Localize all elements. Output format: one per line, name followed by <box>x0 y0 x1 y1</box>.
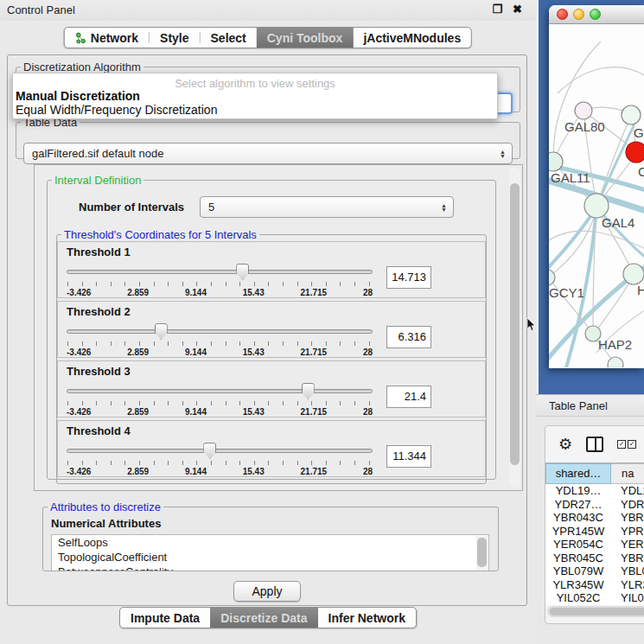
column-header-shared-name[interactable]: shared… <box>545 463 611 484</box>
threshold-3-value-field[interactable]: 21.4 <box>386 386 431 408</box>
attributes-list-scrollbar[interactable] <box>476 536 488 571</box>
network-window[interactable]: GAL80 GA C GAL11 GAL4 GCY1 H HAP2 <box>549 5 644 368</box>
cell-name[interactable]: YLR3 <box>611 578 644 592</box>
cell-name[interactable]: YBL0 <box>611 564 644 578</box>
zoom-button[interactable] <box>590 9 601 20</box>
slider-ticks <box>67 341 372 346</box>
table-row[interactable]: YBL079WYBL0 <box>545 564 644 578</box>
threshold-1-slider[interactable]: -3.4262.8599.14415.4321.71528 <box>67 263 373 299</box>
node-label-ga: GA <box>634 125 644 140</box>
threshold-1-label: Threshold 1 <box>67 245 476 259</box>
cell-name[interactable]: YDL1 <box>611 484 644 498</box>
settings-vertical-scrollbar[interactable] <box>509 168 520 488</box>
table-row[interactable]: YLR345WYLR3 <box>545 578 644 592</box>
cell-name[interactable]: YIL0 <box>611 591 644 605</box>
tab-style[interactable]: Style <box>150 28 199 48</box>
table-data-combobox[interactable]: galFiltered.sif default node ▲▼ <box>23 143 513 164</box>
node-label-gal80: GAL80 <box>564 119 605 134</box>
scrollbar-thumb[interactable] <box>550 608 644 615</box>
table-horizontal-scrollbar[interactable] <box>547 606 644 617</box>
cyni-mode-tabs: Impute Data Discretize Data Infer Networ… <box>119 607 417 628</box>
tab-discretize-data[interactable]: Discretize Data <box>210 608 317 628</box>
table-row[interactable]: YIL052CYIL0 <box>545 591 644 605</box>
tab-cyni-toolbox[interactable]: Cyni Toolbox <box>257 28 354 48</box>
cell-shared-name[interactable]: YBR045C <box>545 552 611 565</box>
minimize-button[interactable] <box>573 9 584 20</box>
node-ga[interactable] <box>622 105 641 124</box>
cell-shared-name[interactable]: YER054C <box>545 538 611 552</box>
table-row[interactable]: YBR043CYBR0 <box>545 511 644 525</box>
cell-shared-name[interactable]: YBR043C <box>545 511 611 525</box>
slider-track[interactable] <box>67 389 373 393</box>
columns-icon[interactable] <box>586 437 603 452</box>
cell-shared-name[interactable]: YDL19… <box>545 484 611 498</box>
scrollbar-thumb[interactable] <box>510 183 520 465</box>
cell-name[interactable]: YER0 <box>611 538 644 552</box>
slider-track[interactable] <box>67 449 373 453</box>
table-row[interactable]: YBR045CYBR0 <box>545 552 644 565</box>
node-gal80[interactable] <box>575 102 592 119</box>
close-panel-icon[interactable]: ✖ <box>513 3 522 16</box>
threshold-4-value-field[interactable]: 11.344 <box>386 445 431 468</box>
checkbox-icon[interactable]: ✓ <box>617 440 626 449</box>
table-row[interactable]: YDL19…YDL1 <box>545 484 644 498</box>
node-gal11[interactable] <box>549 152 563 171</box>
cell-shared-name[interactable]: YDR27… <box>545 498 611 512</box>
network-canvas[interactable]: GAL80 GA C GAL11 GAL4 GCY1 H HAP2 <box>549 24 644 367</box>
interval-definition-title: Interval Definition <box>52 174 143 187</box>
threshold-2-value-field[interactable]: 6.316 <box>386 326 431 348</box>
cell-name[interactable]: YBR0 <box>611 511 644 525</box>
numerical-attributes-list: SelfLoops TopologicalCoefficient Between… <box>51 534 489 571</box>
cell-shared-name[interactable]: YLR345W <box>545 578 611 592</box>
table-row[interactable]: YPR145WYPR1 <box>545 525 644 539</box>
list-item-topologicalcoefficient[interactable]: TopologicalCoefficient <box>52 550 488 564</box>
list-item-betweennesscentrality[interactable]: BetweennessCentrality <box>52 564 488 571</box>
node-gal4[interactable] <box>584 194 609 218</box>
checkbox-icon[interactable]: ✓ <box>628 440 636 449</box>
slider-thumb[interactable] <box>203 443 216 459</box>
select-columns-icons[interactable]: ✓ ✓ <box>617 440 636 449</box>
slider-thumb[interactable] <box>302 383 315 399</box>
network-icon <box>75 32 86 44</box>
slider-ticks <box>67 461 372 465</box>
cell-shared-name[interactable]: YPR145W <box>545 525 611 539</box>
list-item-selfloops[interactable]: SelfLoops <box>52 535 488 550</box>
column-header-name[interactable]: na <box>611 463 644 484</box>
control-panel-titlebar: Control Panel ❐ ✖ <box>0 0 536 21</box>
node-bottom[interactable] <box>608 357 623 367</box>
table-row[interactable]: YER054CYER0 <box>545 538 644 552</box>
network-window-titlebar[interactable] <box>549 5 644 24</box>
node-selected-red[interactable] <box>626 142 644 163</box>
scrollbar-thumb[interactable] <box>477 538 487 567</box>
menu-item-manual-discretization[interactable]: Manual Discretization <box>13 89 497 103</box>
tab-impute-data[interactable]: Impute Data <box>120 608 210 628</box>
close-button[interactable] <box>557 9 568 20</box>
slider-track[interactable] <box>67 329 373 334</box>
cell-name[interactable]: YDR2 <box>611 498 644 512</box>
slider-thumb[interactable] <box>155 323 168 340</box>
threshold-3-slider[interactable]: -3.4262.8599.14415.4321.71528 <box>67 382 373 418</box>
cell-name[interactable]: YBR0 <box>611 552 644 565</box>
menu-item-equal-width-frequency[interactable]: Equal Width/Frequency Discretization <box>13 103 497 117</box>
node-label-hap2: HAP2 <box>598 337 632 352</box>
slider-track[interactable] <box>67 270 373 274</box>
tab-infer-network[interactable]: Infer Network <box>318 608 416 628</box>
threshold-2-slider[interactable]: -3.4262.8599.14415.4321.71528 <box>67 322 373 359</box>
cell-shared-name[interactable]: YIL052C <box>545 591 611 605</box>
threshold-4-slider[interactable]: -3.4262.8599.14415.4321.71528 <box>67 442 373 478</box>
cell-name[interactable]: YPR1 <box>611 525 644 539</box>
tab-jactivemnodules[interactable]: jActiveMNodules <box>353 28 471 48</box>
float-window-icon[interactable]: ❐ <box>492 3 502 16</box>
tab-network[interactable]: Network <box>65 28 149 48</box>
number-of-intervals-combobox[interactable]: 5 ▲▼ <box>200 196 454 218</box>
tab-cyni-toolbox-label: Cyni Toolbox <box>267 31 343 45</box>
table-row[interactable]: YDR27…YDR2 <box>545 498 644 512</box>
cell-shared-name[interactable]: YBL079W <box>545 564 611 578</box>
slider-thumb[interactable] <box>236 264 249 280</box>
control-panel-tabs: Network Style Select Cyni Toolbox jActiv… <box>64 27 472 48</box>
apply-button[interactable]: Apply <box>233 581 300 602</box>
node-h[interactable] <box>623 264 644 284</box>
threshold-1-value-field[interactable]: 14.713 <box>386 266 431 289</box>
tab-select[interactable]: Select <box>201 28 257 48</box>
gear-icon[interactable]: ⚙ <box>558 437 572 452</box>
